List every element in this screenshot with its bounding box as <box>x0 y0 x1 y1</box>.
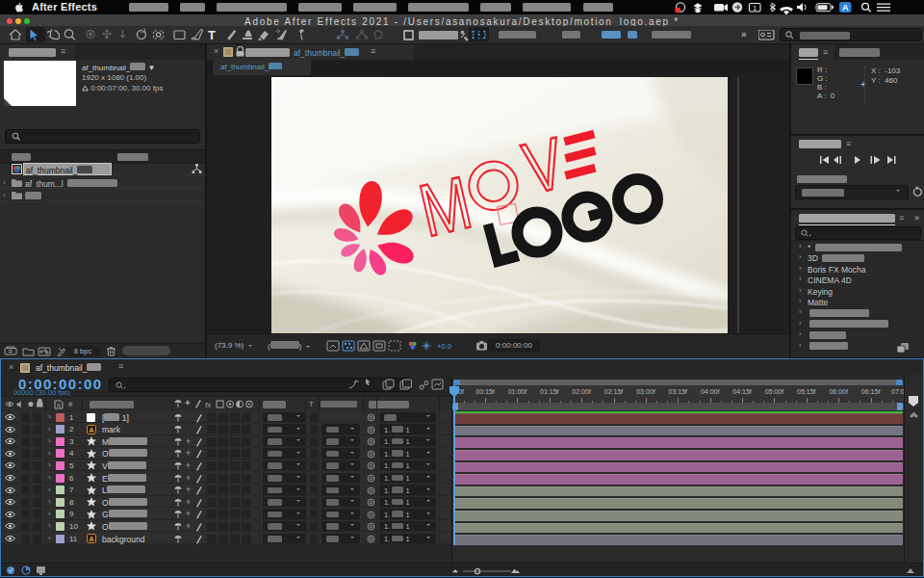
svg-text:A: A <box>842 3 849 13</box>
svg-text:1: 1 <box>753 5 757 12</box>
svg-text:+0.0: +0.0 <box>437 342 451 351</box>
svg-text:A: A <box>89 426 94 434</box>
svg-text:fx: fx <box>205 401 212 409</box>
svg-text:A: A <box>89 535 94 543</box>
svg-text:T: T <box>208 28 216 42</box>
